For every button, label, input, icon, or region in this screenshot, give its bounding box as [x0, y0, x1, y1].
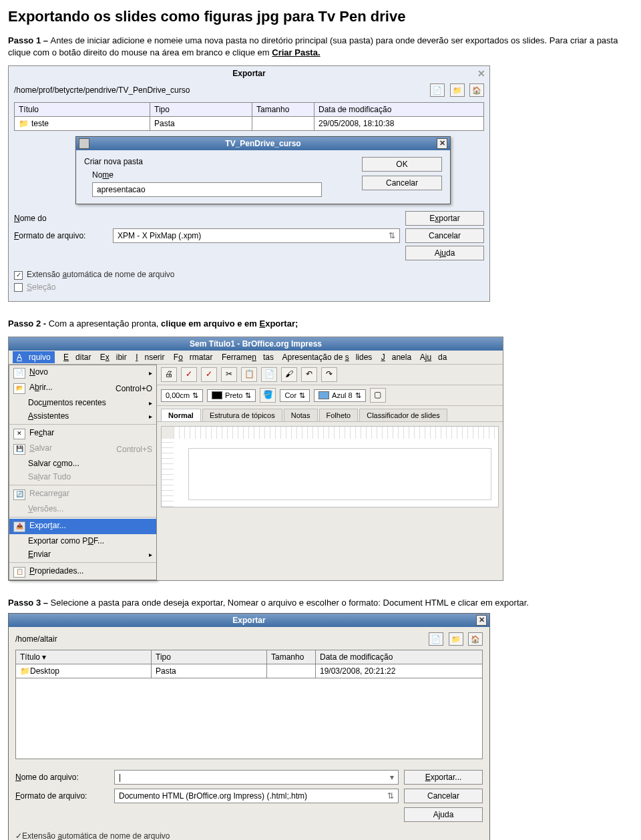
cell-name: Desktop — [30, 666, 59, 676]
file-list-empty-area[interactable] — [15, 678, 483, 759]
col-size[interactable]: Tamanho — [252, 103, 314, 117]
modal-legend: Criar nova pasta — [84, 157, 351, 166]
fill-bucket-icon[interactable]: 🪣 — [260, 388, 276, 403]
export-button[interactable]: Exportar — [405, 211, 484, 226]
shadow-icon[interactable]: ▢ — [370, 388, 386, 403]
folder-name-input[interactable] — [92, 182, 322, 197]
modal-name-label: Nome — [92, 170, 351, 180]
menu-ajuda[interactable]: Ajuda — [420, 353, 447, 362]
new-doc-icon[interactable]: 📄 — [429, 632, 443, 646]
file-list-table[interactable]: Título Tipo Tamanho Data de modificação … — [14, 102, 484, 131]
cancel-button[interactable]: Cancelar — [405, 228, 484, 243]
cell-type: Pasta — [152, 664, 267, 678]
menu-janela[interactable]: Janela — [381, 353, 411, 362]
help-button[interactable]: Ajuda — [405, 246, 484, 260]
col-title[interactable]: Título ▾ — [16, 650, 152, 664]
slide-canvas[interactable] — [161, 426, 499, 507]
undo-icon[interactable]: ↶ — [301, 367, 317, 382]
menu-item-exportar[interactable]: 📤Exportar... — [9, 519, 156, 534]
col-date[interactable]: Data de modificação — [316, 650, 483, 664]
abc-auto-icon[interactable]: ✓ — [201, 367, 217, 382]
folder-icon: 📁 — [19, 119, 29, 128]
step1-link-text: Criar Pasta. — [272, 47, 320, 57]
tab-normal[interactable]: Normal — [161, 409, 201, 421]
paste-icon[interactable]: 📄 — [261, 367, 277, 382]
menu-item-salvar-como[interactable]: Salvar como... — [9, 457, 156, 470]
menu-exibir[interactable]: Exibir — [100, 353, 127, 362]
menu-item-novo[interactable]: 📄Novo▸ — [9, 365, 156, 381]
fill-color-select[interactable]: Azul 8⇅ — [314, 389, 366, 402]
auto-extension-checkbox[interactable]: ✓Extensão automática de nome de arquivo — [14, 270, 484, 279]
menu-formatar[interactable]: Formatar — [174, 353, 213, 362]
cut-icon[interactable]: ✂ — [221, 367, 237, 382]
menu-item-propriedades[interactable]: 📋Propriedades... — [9, 564, 156, 580]
redo-icon[interactable]: ↷ — [321, 367, 337, 382]
ok-button[interactable]: OK — [362, 157, 442, 172]
fill-type-select[interactable]: Cor⇅ — [280, 389, 310, 402]
cancel-button[interactable]: Cancelar — [404, 789, 483, 803]
home-icon[interactable]: 🏠 — [468, 632, 483, 646]
step2-text: Com a apresentação pronta, — [49, 319, 161, 329]
col-type[interactable]: Tipo — [150, 103, 252, 117]
menu-item-enviar[interactable]: Enviar▸ — [9, 548, 156, 561]
step3-paragraph: Passo 3 – Selecione a pasta para onde de… — [8, 597, 636, 609]
menu-item-versoes: Versões... — [9, 502, 156, 515]
standard-toolbar[interactable]: 🖨 ✓ ✓ ✂ 📋 📄 🖌 ↶ ↷ — [157, 365, 503, 385]
menu-item-recarregar: 🔄Recarregar — [9, 487, 156, 502]
menu-ferramentas[interactable]: Ferramentas — [222, 353, 274, 362]
table-row[interactable]: 📁Desktop Pasta 19/03/2008, 20:21:22 — [16, 664, 483, 678]
help-button[interactable]: Ajuda — [404, 807, 483, 822]
abc-check-icon[interactable]: ✓ — [181, 367, 197, 382]
folder-up-icon[interactable]: 📁 — [450, 83, 465, 97]
col-date[interactable]: Data de modificação — [314, 103, 484, 117]
line-color-select[interactable]: Preto⇅ — [207, 389, 256, 402]
menu-item-abrir[interactable]: 📂Abrir...Control+O — [9, 381, 156, 396]
menu-item-fechar[interactable]: ✕Fechar — [9, 426, 156, 441]
format-value: Documento HTML (BrOffice.org Impress) (.… — [119, 791, 307, 801]
new-doc-icon[interactable]: 📄 — [430, 83, 445, 97]
impress-titlebar[interactable]: Sem Título1 - BrOffice.org Impress — [9, 337, 503, 351]
format-select[interactable]: XPM - X PixMap (.xpm) ⇅ — [113, 228, 400, 243]
filename-input[interactable]: | ▾ — [114, 770, 399, 785]
format-select[interactable]: Documento HTML (BrOffice.org Impress) (.… — [114, 789, 399, 803]
paint-icon[interactable]: 🖌 — [281, 367, 297, 382]
menu-arquivo[interactable]: Arquivo — [13, 351, 55, 363]
dialog3-titlebar[interactable]: Exportar ✕ — [9, 614, 489, 627]
cancel-button[interactable]: Cancelar — [362, 176, 442, 190]
col-title[interactable]: Título — [15, 103, 150, 117]
col-size[interactable]: Tamanho — [267, 650, 316, 664]
line-width-field[interactable]: 0,00cm⇅ — [161, 389, 203, 402]
table-row[interactable]: 📁teste Pasta 29/05/2008, 18:10:38 — [15, 117, 484, 131]
print-icon[interactable]: 🖨 — [161, 367, 177, 382]
tab-classificador[interactable]: Classificador de slides — [359, 409, 447, 421]
file-list-table[interactable]: Título ▾ Tipo Tamanho Data de modificaçã… — [15, 650, 483, 678]
line-fill-toolbar[interactable]: 0,00cm⇅ Preto⇅ 🪣 Cor⇅ Azul 8⇅ ▢ — [157, 385, 503, 406]
menu-item-exportar-pdf[interactable]: Exportar como PDF... — [9, 534, 156, 548]
home-icon[interactable]: 🏠 — [469, 83, 484, 97]
copy-icon[interactable]: 📋 — [241, 367, 257, 382]
col-type[interactable]: Tipo — [152, 650, 267, 664]
chevron-down-icon[interactable]: ▾ — [390, 773, 394, 782]
menu-apresentacao[interactable]: Apresentação de slides — [282, 353, 373, 362]
folder-up-icon[interactable]: 📁 — [449, 632, 463, 646]
close-icon[interactable]: ✕ — [477, 68, 485, 79]
close-icon[interactable]: ✕ — [476, 615, 487, 626]
tab-notas[interactable]: Notas — [284, 409, 318, 421]
step1-paragraph: Passo 1 – Antes de iniciar adicione e no… — [8, 35, 636, 59]
auto-extension-checkbox[interactable]: ✓Extensão automática de nome de arquivo — [15, 831, 483, 840]
step3-text: Selecione a pasta para onde deseja expor… — [51, 598, 529, 608]
step2-bold: clique em arquivo e em Exportar; — [161, 319, 298, 329]
dialog1-titlebar[interactable]: Exportar ✕ — [9, 66, 489, 81]
tab-folheto[interactable]: Folheto — [319, 409, 359, 421]
modal-titlebar[interactable]: TV_PenDrive_curso ✕ — [76, 137, 450, 150]
menu-editar[interactable]: Editar — [63, 353, 91, 362]
menu-item-recentes[interactable]: Documentos recentes▸ — [9, 396, 156, 409]
impress-menubar[interactable]: Arquivo Editar Exibir Inserir Formatar F… — [9, 351, 503, 365]
export-button[interactable]: Exportar... — [404, 770, 483, 785]
dialog3-title: Exportar — [232, 616, 265, 625]
close-icon[interactable]: ✕ — [437, 138, 447, 149]
cell-type: Pasta — [150, 117, 252, 131]
menu-item-assistentes[interactable]: Assistentes▸ — [9, 409, 156, 423]
tab-estrutura[interactable]: Estrutura de tópicos — [202, 409, 282, 421]
menu-inserir[interactable]: Inserir — [136, 353, 164, 362]
